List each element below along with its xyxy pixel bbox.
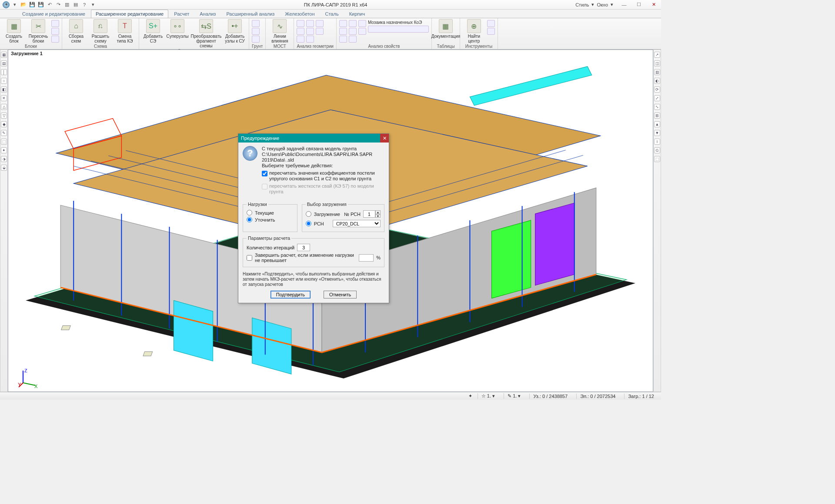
tool-icon[interactable]: I [654,139,660,145]
spin-down-icon[interactable]: ▼ [375,214,381,218]
tool-icon[interactable]: ▤ [1,60,7,66]
more-icon[interactable]: ▾ [90,1,97,8]
tab-ext-analysis[interactable]: Расширенный анализ [221,10,279,18]
new-icon[interactable]: ▾ [11,1,18,8]
tab-concrete[interactable]: Железобетон [280,10,319,18]
geom-icon[interactable] [297,36,304,43]
chk-recalc-c1c2[interactable]: пересчитать значения коэффициентов посте… [262,170,384,182]
tab-analysis[interactable]: Анализ [195,10,220,18]
small-icon[interactable] [51,28,59,35]
geom-icon[interactable] [297,20,304,27]
tool-icon[interactable]: ✕ [1,95,7,101]
btn-add-se[interactable]: S+Добавить СЭ [142,19,164,43]
prop-icon[interactable] [349,20,357,27]
tab-create-edit[interactable]: Создание и редактирование [17,10,90,18]
tool-icon[interactable]: ◆ [1,121,7,127]
prop-icon[interactable] [358,28,366,35]
help-icon[interactable]: ? [81,1,88,8]
btn-assemble[interactable]: ⌂Сборка схем [65,19,87,43]
btn-change-fe[interactable]: TСмена типа КЭ [114,19,136,43]
tile-icon[interactable]: ▥ [63,1,70,8]
tool-icon[interactable]: ⊞ [654,113,660,119]
tool-icon[interactable]: ▼ [654,130,660,136]
tool-icon[interactable]: ✎ [1,130,7,136]
tool-icon[interactable]: │ [1,69,7,75]
scale1[interactable]: ☆ 1. ▾ [478,393,498,399]
tool-icon[interactable]: ◐ [654,78,660,84]
maximize-button[interactable]: ☐ [631,0,646,10]
threshold-input[interactable] [359,254,374,262]
tool-icon[interactable]: G [654,147,660,153]
dialog-titlebar[interactable]: Предупреждение ✕ [238,134,389,143]
spin-up-icon[interactable]: ▲ [375,210,381,214]
tool-icon[interactable]: ↗ [654,52,660,58]
scale2[interactable]: ✎ 1. ▾ [504,393,524,399]
tool-icon[interactable]: ▦ [1,52,7,58]
prop-icon[interactable] [349,36,357,43]
status-icon[interactable]: ✦ [468,393,472,399]
tool-icon[interactable]: ⬙ [1,165,7,171]
tool-icon[interactable]: ✦ [1,147,7,153]
prop-icon[interactable] [339,20,347,27]
tool-icon[interactable] [487,28,495,35]
btn-add-nodes-su[interactable]: •+Добавить узлы к СУ [224,19,246,43]
tab-extended-edit[interactable]: Расширенное редактирование [91,10,168,18]
tool-icon[interactable]: ▲ [654,121,660,127]
tool-icon[interactable]: ○ [1,78,7,84]
dialog-close-icon[interactable]: ✕ [380,134,389,143]
tab-brick[interactable]: Кирпич [344,10,370,18]
saveall-icon[interactable]: 💾 [37,1,44,8]
btn-intersect-blocks[interactable]: ✂Пересечь блоки [27,19,50,43]
confirm-button[interactable]: Подтвердить [271,291,311,298]
btn-find-center[interactable]: ⊕Найти центр [463,19,485,43]
btn-documentation[interactable]: ▦Документация [434,19,457,39]
btn-convert-fragment[interactable]: ⇆SПреобразовать фрагмент схемы [190,19,222,48]
viewport[interactable]: Загружение 1 [8,50,653,392]
tab-steel[interactable]: Сталь [321,10,344,18]
radio-rsn[interactable]: РСН [306,221,330,226]
btn-unzip[interactable]: ⎌Расшить схему [89,19,112,43]
tool-icon[interactable]: ⤢ [654,95,660,101]
geom-icon[interactable] [316,28,324,35]
undo-icon[interactable]: ↶ [46,1,53,8]
btn-influence-lines[interactable]: ∿Линии влияния [268,19,291,43]
geom-icon[interactable] [316,20,324,27]
rsn-combo[interactable]: CP20_DCL [333,220,381,227]
tool-icon[interactable]: ⤡ [654,104,660,110]
small-icon[interactable] [51,36,59,43]
mosaic-combo[interactable] [368,26,429,33]
radio-loading[interactable]: Загружение [306,211,341,217]
prop-icon[interactable] [339,36,347,43]
tab-calc[interactable]: Расчет [169,10,194,18]
radio-current[interactable]: Текущие [247,210,294,216]
style-selector[interactable]: Стиль▾ Окно▾ [572,2,617,7]
tool-icon[interactable]: ▥ [654,69,660,75]
cascade-icon[interactable]: ▤ [72,1,79,8]
prop-icon[interactable] [358,20,366,27]
tool-icon[interactable]: ⟳ [654,86,660,93]
geom-icon[interactable] [306,20,314,27]
small-icon[interactable] [51,20,59,27]
geom-icon[interactable] [306,28,314,35]
tool-icon[interactable]: ⬚ [1,139,7,145]
prop-icon[interactable] [339,28,347,35]
tool-icon[interactable]: ◫ [654,60,660,66]
tool-icon[interactable]: ⬚ [654,156,660,162]
tool-icon[interactable]: ⬗ [1,156,7,162]
tool-icon[interactable] [487,20,495,27]
soil-icon[interactable] [252,28,260,35]
geom-icon[interactable] [297,28,304,35]
prop-icon[interactable] [349,28,357,35]
btn-supernodes[interactable]: ∘∘Суперузлы [166,19,189,39]
chk-finish-threshold[interactable]: Завершить расчет, если изменение нагрузк… [247,252,381,263]
soil-icon[interactable] [252,20,260,27]
rsn-number-input[interactable]: ▲▼ [363,210,381,218]
btn-create-block[interactable]: ▦Создать блок [3,19,25,43]
iterations-input[interactable] [297,244,310,251]
save-icon[interactable]: 💾 [29,1,36,8]
tool-icon[interactable]: ▽ [1,113,7,119]
close-button[interactable]: ✕ [646,0,661,10]
redo-icon[interactable]: ↷ [55,1,62,8]
geom-icon[interactable] [306,36,314,43]
soil-icon[interactable] [252,36,260,43]
